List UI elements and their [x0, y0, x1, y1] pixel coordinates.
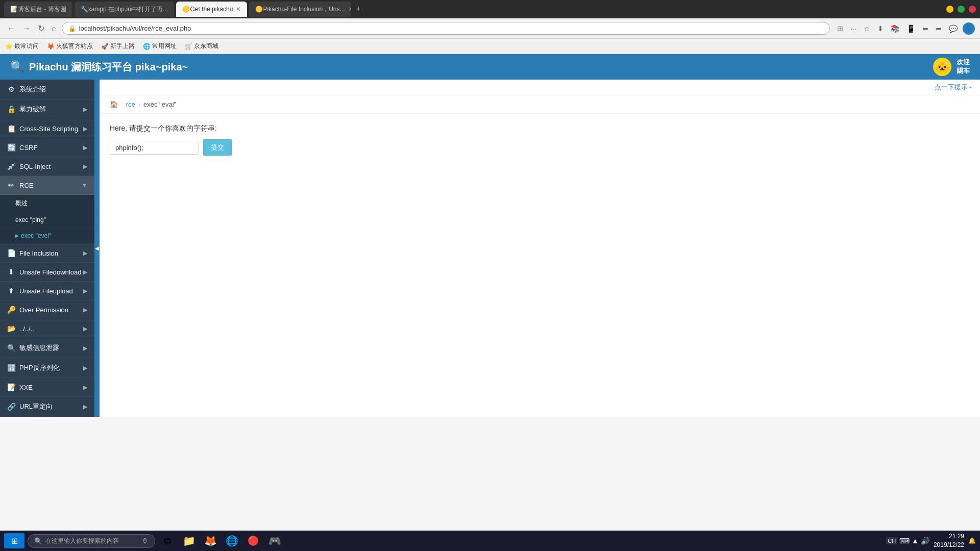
string-input[interactable]: [110, 141, 199, 155]
sidebar-label-unsafe-ul: Unsafe Fileupload: [19, 287, 83, 295]
sidebar: ⚙ 系统介绍 🔒 暴力破解 ▶📋 Cross-Site Scripting ▶🔄…: [0, 80, 94, 417]
account-button[interactable]: 👤: [963, 22, 975, 35]
browser-tab-tab3[interactable]: 🟡 Get the pikachu ✕: [176, 2, 247, 17]
welcome-line1: 欢迎: [957, 58, 970, 67]
sidebar-label-xss: Cross-Site Scripting: [19, 125, 83, 133]
security-icon: 🔒: [68, 25, 76, 32]
breadcrumb-rce[interactable]: rce: [126, 101, 135, 108]
sidebar-sub-item-rce-eval[interactable]: exec "evel": [0, 228, 94, 244]
library-button[interactable]: 📚: [889, 22, 901, 35]
hint-link[interactable]: 点一下提示~: [935, 83, 972, 92]
minimize-button[interactable]: [946, 6, 953, 13]
tab-close-button[interactable]: ✕: [348, 6, 352, 13]
more-options-button[interactable]: ···: [848, 22, 859, 35]
browser-tab-tab4[interactable]: 🟡 Pikachu-File Inclusion，Uns... ✕: [249, 2, 351, 17]
app-header: 🔍 Pikachu 漏洞练习平台 pika~pika~ 🐱 欢迎 踢车: [0, 54, 980, 80]
chevron-icon: ▶: [83, 250, 87, 257]
breadcrumb-current: exec "eval": [143, 101, 176, 108]
bookmark-最常访问[interactable]: ⭐ 最常访问: [5, 42, 39, 51]
sidebar-item-rce[interactable]: ✏ RCE ▼: [0, 176, 94, 195]
bookmark-icon: 🌐: [143, 43, 151, 50]
sidebar-icon-xxe: 📝: [7, 383, 15, 391]
browser-tab-tab1[interactable]: 📝 博客后台 - 博客园: [4, 2, 72, 17]
bookmark-火狐官方站点[interactable]: 🦊 火狐官方站点: [47, 42, 93, 51]
bookmark-常用网址[interactable]: 🌐 常用网址: [143, 42, 177, 51]
tab-favicon: 🔧: [81, 6, 88, 13]
top-action-bar: 点一下提示~: [100, 80, 980, 95]
chat-button[interactable]: 💬: [947, 22, 960, 35]
bookmarks-bar: ⭐ 最常访问🦊 火狐官方站点🚀 新手上路🌐 常用网址🛒 京东商城: [0, 39, 980, 54]
sidebar-item-xxe[interactable]: 📝 XXE ▶: [0, 378, 94, 397]
forward-button[interactable]: →: [20, 23, 33, 34]
sidebar-label-sqli: SQL-Inject: [19, 163, 83, 170]
chevron-icon: ▶: [83, 384, 87, 391]
chevron-icon: ▶: [83, 106, 87, 113]
new-tab-button[interactable]: +: [353, 4, 363, 15]
browser-tab-tab2[interactable]: 🔧 xampp 在php.ini中打开了再...: [75, 2, 175, 17]
sidebar-sub-item-rce-ping[interactable]: exec "ping": [0, 212, 94, 228]
synced-tabs-button[interactable]: 📱: [904, 22, 917, 35]
sidebar-item-dotdot[interactable]: 📂 ../../.. ▶: [0, 319, 94, 338]
sidebar-item-intro[interactable]: ⚙ 系统介绍: [0, 80, 94, 99]
sidebar-item-unsafe-dl[interactable]: ⬇ Unsafe Filedownload ▶: [0, 263, 94, 282]
submit-button[interactable]: 提交: [203, 139, 232, 156]
input-row: 提交: [110, 139, 970, 156]
sidebar-item-overperm[interactable]: 🔑 Over Permission ▶: [0, 300, 94, 319]
sidebar-label-file-inc: File Inclusion: [19, 249, 83, 257]
sidebar-toggle-knob[interactable]: ◀: [94, 80, 100, 417]
sidebar-icon-xss: 📋: [7, 124, 15, 133]
sidebar-label-brute: 暴力破解: [19, 105, 83, 114]
bookmark-新手上路[interactable]: 🚀 新手上路: [101, 42, 135, 51]
reload-button[interactable]: ↻: [36, 22, 46, 34]
welcome-line2: 踢车: [957, 67, 970, 76]
content-area: Here, 请提交一个你喜欢的字符串: 提交: [100, 114, 980, 417]
url-text: localhost/pikachu/vul/rce/rce_eval.php: [79, 24, 824, 32]
chevron-icon: ▶: [83, 126, 87, 132]
sidebar-icon-phpserial: 🔢: [7, 364, 15, 372]
sidebar-item-phpserial[interactable]: 🔢 PHP反序列化 ▶: [0, 358, 94, 378]
back-button[interactable]: ←: [5, 23, 17, 34]
forward-history-button[interactable]: ➡: [934, 22, 944, 35]
sidebar-item-xss[interactable]: 📋 Cross-Site Scripting ▶: [0, 119, 94, 138]
sidebar-icon-intro: ⚙: [7, 85, 15, 93]
sidebar-item-file-inc[interactable]: 📄 File Inclusion ▶: [0, 244, 94, 263]
chevron-icon: ▶: [83, 269, 87, 276]
chevron-icon: ▶: [83, 365, 87, 371]
bookmark-star-button[interactable]: ☆: [862, 22, 872, 35]
main-content: 点一下提示~ 🏠 rce › exec "eval" Here, 请提交一个你喜…: [100, 80, 980, 417]
home-button[interactable]: ⌂: [50, 23, 59, 34]
welcome-text: 欢迎 踢车: [957, 58, 970, 76]
form-label: Here, 请提交一个你喜欢的字符串:: [110, 124, 970, 133]
grid-icon[interactable]: ⊞: [835, 22, 845, 35]
sidebar-item-unsafe-ul[interactable]: ⬆ Unsafe Fileupload ▶: [0, 282, 94, 300]
chevron-icon: ▶: [83, 163, 87, 170]
app-title: Pikachu 漏洞练习平台 pika~pika~: [29, 60, 188, 74]
sidebar-icon-csrf: 🔄: [7, 143, 15, 152]
sidebar-item-brute[interactable]: 🔒 暴力破解 ▶: [0, 99, 94, 119]
app-body: ⚙ 系统介绍 🔒 暴力破解 ▶📋 Cross-Site Scripting ▶🔄…: [0, 80, 980, 417]
back-history-button[interactable]: ⬅: [920, 22, 930, 35]
sidebar-icon-overperm: 🔑: [7, 306, 15, 314]
close-window-button[interactable]: [969, 6, 976, 13]
chevron-icon: ▶: [83, 404, 87, 410]
sidebar-label-phpserial: PHP反序列化: [19, 363, 83, 372]
sidebar-icon-file-inc: 📄: [7, 249, 15, 257]
chevron-icon: ▶: [83, 345, 87, 352]
sidebar-sub-item-rce-overview[interactable]: 概述: [0, 195, 94, 212]
sidebar-label-intro: 系统介绍: [19, 85, 87, 94]
url-bar[interactable]: 🔒 localhost/pikachu/vul/rce/rce_eval.php: [62, 22, 830, 35]
sidebar-item-urlredirect[interactable]: 🔗 URL重定向 ▶: [0, 397, 94, 417]
sidebar-label-sensitive: 敏感信息泄露: [19, 343, 83, 353]
download-button[interactable]: ⬇: [875, 22, 886, 35]
sidebar-item-sensitive[interactable]: 🔍 敏感信息泄露 ▶: [0, 338, 94, 358]
tab-close-button[interactable]: ✕: [236, 6, 241, 13]
maximize-button[interactable]: [958, 6, 965, 13]
bookmark-京东商城[interactable]: 🛒 京东商城: [185, 42, 218, 51]
avatar: 🐱: [933, 58, 951, 76]
chevron-icon: ▶: [83, 325, 87, 332]
sidebar-item-sqli[interactable]: 💉 SQL-Inject ▶: [0, 157, 94, 176]
sidebar-item-csrf[interactable]: 🔄 CSRF ▶: [0, 138, 94, 157]
sidebar-icon-dotdot: 📂: [7, 324, 15, 333]
sidebar-label-overperm: Over Permission: [19, 306, 83, 314]
window-controls: [946, 6, 976, 13]
